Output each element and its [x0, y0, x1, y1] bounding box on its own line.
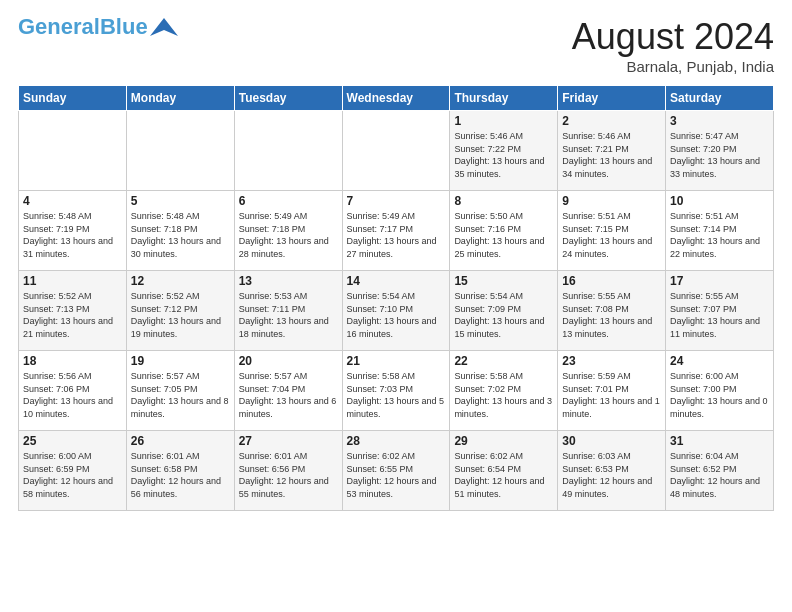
day-detail: Sunrise: 5:55 AM Sunset: 7:07 PM Dayligh…: [670, 290, 769, 340]
day-cell: 20 Sunrise: 5:57 AM Sunset: 7:04 PM Dayl…: [234, 351, 342, 431]
day-number: 23: [562, 354, 661, 368]
location: Barnala, Punjab, India: [572, 58, 774, 75]
day-cell: 5 Sunrise: 5:48 AM Sunset: 7:18 PM Dayli…: [126, 191, 234, 271]
logo: GeneralBlue: [18, 16, 178, 38]
logo-icon: [150, 16, 178, 38]
day-number: 1: [454, 114, 553, 128]
day-cell: 7 Sunrise: 5:49 AM Sunset: 7:17 PM Dayli…: [342, 191, 450, 271]
day-detail: Sunrise: 5:57 AM Sunset: 7:05 PM Dayligh…: [131, 370, 230, 420]
logo-text: GeneralBlue: [18, 16, 148, 38]
day-number: 27: [239, 434, 338, 448]
day-detail: Sunrise: 5:54 AM Sunset: 7:10 PM Dayligh…: [347, 290, 446, 340]
day-cell: 10 Sunrise: 5:51 AM Sunset: 7:14 PM Dayl…: [666, 191, 774, 271]
day-number: 20: [239, 354, 338, 368]
day-number: 18: [23, 354, 122, 368]
day-cell: 8 Sunrise: 5:50 AM Sunset: 7:16 PM Dayli…: [450, 191, 558, 271]
day-detail: Sunrise: 5:47 AM Sunset: 7:20 PM Dayligh…: [670, 130, 769, 180]
day-number: 28: [347, 434, 446, 448]
day-detail: Sunrise: 5:58 AM Sunset: 7:03 PM Dayligh…: [347, 370, 446, 420]
col-header-saturday: Saturday: [666, 86, 774, 111]
day-number: 12: [131, 274, 230, 288]
col-header-wednesday: Wednesday: [342, 86, 450, 111]
day-cell: 6 Sunrise: 5:49 AM Sunset: 7:18 PM Dayli…: [234, 191, 342, 271]
day-cell: 25 Sunrise: 6:00 AM Sunset: 6:59 PM Dayl…: [19, 431, 127, 511]
header-row: SundayMondayTuesdayWednesdayThursdayFrid…: [19, 86, 774, 111]
day-cell: 28 Sunrise: 6:02 AM Sunset: 6:55 PM Dayl…: [342, 431, 450, 511]
month-year: August 2024: [572, 16, 774, 58]
day-cell: 9 Sunrise: 5:51 AM Sunset: 7:15 PM Dayli…: [558, 191, 666, 271]
calendar-table: SundayMondayTuesdayWednesdayThursdayFrid…: [18, 85, 774, 511]
day-cell: 26 Sunrise: 6:01 AM Sunset: 6:58 PM Dayl…: [126, 431, 234, 511]
day-number: 16: [562, 274, 661, 288]
day-detail: Sunrise: 5:54 AM Sunset: 7:09 PM Dayligh…: [454, 290, 553, 340]
day-number: 31: [670, 434, 769, 448]
day-cell: 27 Sunrise: 6:01 AM Sunset: 6:56 PM Dayl…: [234, 431, 342, 511]
col-header-friday: Friday: [558, 86, 666, 111]
day-number: 5: [131, 194, 230, 208]
col-header-sunday: Sunday: [19, 86, 127, 111]
day-number: 17: [670, 274, 769, 288]
day-detail: Sunrise: 5:49 AM Sunset: 7:17 PM Dayligh…: [347, 210, 446, 260]
day-detail: Sunrise: 5:57 AM Sunset: 7:04 PM Dayligh…: [239, 370, 338, 420]
day-cell: 16 Sunrise: 5:55 AM Sunset: 7:08 PM Dayl…: [558, 271, 666, 351]
header: GeneralBlue August 2024 Barnala, Punjab,…: [18, 16, 774, 75]
day-number: 19: [131, 354, 230, 368]
day-cell: 12 Sunrise: 5:52 AM Sunset: 7:12 PM Dayl…: [126, 271, 234, 351]
day-detail: Sunrise: 6:02 AM Sunset: 6:54 PM Dayligh…: [454, 450, 553, 500]
day-cell: 17 Sunrise: 5:55 AM Sunset: 7:07 PM Dayl…: [666, 271, 774, 351]
day-detail: Sunrise: 6:01 AM Sunset: 6:58 PM Dayligh…: [131, 450, 230, 500]
week-row-1: 1 Sunrise: 5:46 AM Sunset: 7:22 PM Dayli…: [19, 111, 774, 191]
day-detail: Sunrise: 5:50 AM Sunset: 7:16 PM Dayligh…: [454, 210, 553, 260]
day-detail: Sunrise: 5:51 AM Sunset: 7:15 PM Dayligh…: [562, 210, 661, 260]
day-detail: Sunrise: 6:00 AM Sunset: 7:00 PM Dayligh…: [670, 370, 769, 420]
day-number: 21: [347, 354, 446, 368]
day-cell: [19, 111, 127, 191]
day-detail: Sunrise: 6:03 AM Sunset: 6:53 PM Dayligh…: [562, 450, 661, 500]
page: GeneralBlue August 2024 Barnala, Punjab,…: [0, 0, 792, 521]
day-number: 7: [347, 194, 446, 208]
day-cell: 15 Sunrise: 5:54 AM Sunset: 7:09 PM Dayl…: [450, 271, 558, 351]
day-detail: Sunrise: 6:04 AM Sunset: 6:52 PM Dayligh…: [670, 450, 769, 500]
day-cell: 21 Sunrise: 5:58 AM Sunset: 7:03 PM Dayl…: [342, 351, 450, 431]
day-number: 15: [454, 274, 553, 288]
day-detail: Sunrise: 5:51 AM Sunset: 7:14 PM Dayligh…: [670, 210, 769, 260]
day-cell: 22 Sunrise: 5:58 AM Sunset: 7:02 PM Dayl…: [450, 351, 558, 431]
day-cell: 14 Sunrise: 5:54 AM Sunset: 7:10 PM Dayl…: [342, 271, 450, 351]
day-cell: 3 Sunrise: 5:47 AM Sunset: 7:20 PM Dayli…: [666, 111, 774, 191]
col-header-thursday: Thursday: [450, 86, 558, 111]
day-number: 24: [670, 354, 769, 368]
day-number: 2: [562, 114, 661, 128]
day-detail: Sunrise: 5:52 AM Sunset: 7:12 PM Dayligh…: [131, 290, 230, 340]
day-number: 13: [239, 274, 338, 288]
day-cell: [126, 111, 234, 191]
day-cell: [234, 111, 342, 191]
day-detail: Sunrise: 5:46 AM Sunset: 7:21 PM Dayligh…: [562, 130, 661, 180]
day-number: 29: [454, 434, 553, 448]
week-row-4: 18 Sunrise: 5:56 AM Sunset: 7:06 PM Dayl…: [19, 351, 774, 431]
day-detail: Sunrise: 5:59 AM Sunset: 7:01 PM Dayligh…: [562, 370, 661, 420]
day-number: 9: [562, 194, 661, 208]
day-number: 25: [23, 434, 122, 448]
day-number: 30: [562, 434, 661, 448]
day-cell: 11 Sunrise: 5:52 AM Sunset: 7:13 PM Dayl…: [19, 271, 127, 351]
day-cell: [342, 111, 450, 191]
day-detail: Sunrise: 5:56 AM Sunset: 7:06 PM Dayligh…: [23, 370, 122, 420]
week-row-5: 25 Sunrise: 6:00 AM Sunset: 6:59 PM Dayl…: [19, 431, 774, 511]
day-detail: Sunrise: 5:48 AM Sunset: 7:19 PM Dayligh…: [23, 210, 122, 260]
day-detail: Sunrise: 5:49 AM Sunset: 7:18 PM Dayligh…: [239, 210, 338, 260]
day-number: 11: [23, 274, 122, 288]
col-header-tuesday: Tuesday: [234, 86, 342, 111]
day-cell: 29 Sunrise: 6:02 AM Sunset: 6:54 PM Dayl…: [450, 431, 558, 511]
day-cell: 30 Sunrise: 6:03 AM Sunset: 6:53 PM Dayl…: [558, 431, 666, 511]
day-detail: Sunrise: 5:46 AM Sunset: 7:22 PM Dayligh…: [454, 130, 553, 180]
day-cell: 23 Sunrise: 5:59 AM Sunset: 7:01 PM Dayl…: [558, 351, 666, 431]
day-cell: 31 Sunrise: 6:04 AM Sunset: 6:52 PM Dayl…: [666, 431, 774, 511]
day-detail: Sunrise: 5:48 AM Sunset: 7:18 PM Dayligh…: [131, 210, 230, 260]
day-detail: Sunrise: 6:01 AM Sunset: 6:56 PM Dayligh…: [239, 450, 338, 500]
day-detail: Sunrise: 5:53 AM Sunset: 7:11 PM Dayligh…: [239, 290, 338, 340]
title-block: August 2024 Barnala, Punjab, India: [572, 16, 774, 75]
col-header-monday: Monday: [126, 86, 234, 111]
day-number: 3: [670, 114, 769, 128]
day-cell: 18 Sunrise: 5:56 AM Sunset: 7:06 PM Dayl…: [19, 351, 127, 431]
day-number: 8: [454, 194, 553, 208]
